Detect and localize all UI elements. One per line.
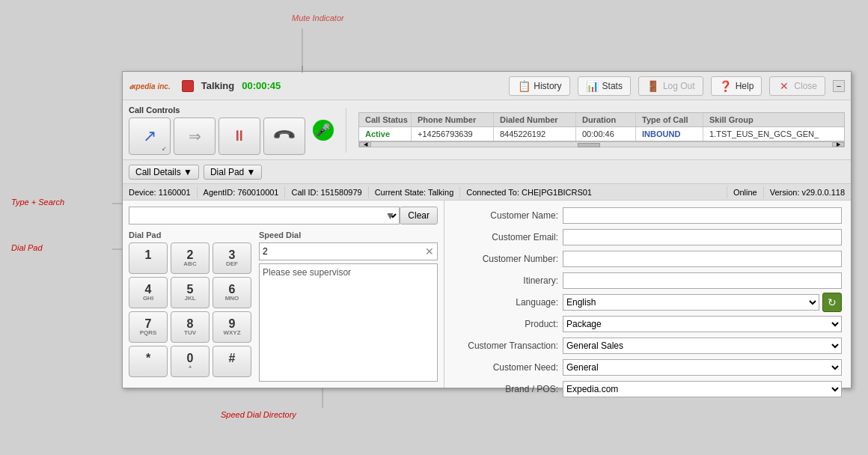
header-status: Call Status bbox=[359, 113, 412, 126]
hangup-icon: 📞 bbox=[272, 123, 298, 149]
transaction-label: Customer Transaction: bbox=[453, 341, 558, 351]
version-info: Version: v29.0.0.118 bbox=[764, 186, 851, 198]
call-status-table: Call Status Phone Number Dialed Number D… bbox=[358, 112, 845, 147]
logout-icon: 🚪 bbox=[647, 79, 660, 93]
speed-dial-annotation: Speed Dial Directory bbox=[221, 410, 296, 419]
call-controls-label: Call Controls bbox=[129, 106, 305, 114]
hangup-button[interactable]: 📞 bbox=[263, 117, 305, 155]
logout-button[interactable]: 🚪 Log Out bbox=[638, 76, 703, 96]
clear-button[interactable]: Clear bbox=[400, 207, 438, 225]
agent-info: AgentID: 760010001 bbox=[198, 186, 286, 198]
transfer-button[interactable]: ↗ ↙ bbox=[129, 117, 171, 155]
top-bar: 𝓮xpedia inc. Talking 00:00:45 📋 History … bbox=[123, 72, 851, 100]
brand-row: Brand / POS: Expedia.com Hotels.com Vrbo bbox=[453, 380, 842, 398]
speed-dial-input[interactable] bbox=[260, 246, 422, 257]
help-icon: ❓ bbox=[719, 79, 733, 93]
customer-name-input[interactable] bbox=[563, 207, 842, 224]
customer-number-label: Customer Number: bbox=[453, 254, 558, 264]
history-button[interactable]: 📋 History bbox=[509, 76, 569, 96]
logout-label: Log Out bbox=[663, 81, 695, 91]
history-icon: 📋 bbox=[517, 79, 531, 93]
scroll-thumb[interactable] bbox=[578, 143, 600, 147]
logo-text: 𝓮xpedia inc. bbox=[129, 82, 171, 91]
product-select[interactable]: Package Hotel Flight bbox=[563, 316, 842, 332]
dial-key-4[interactable]: 4 GHI bbox=[129, 277, 168, 308]
main-container: 𝓮xpedia inc. Talking 00:00:45 📋 History … bbox=[122, 71, 852, 388]
row-type: INBOUND bbox=[636, 127, 703, 141]
call-status-scrollbar[interactable]: ◀ ▶ bbox=[358, 141, 845, 147]
panels-row: Dial Pad 1 2 ABC 3 DEF bbox=[129, 230, 438, 382]
dial-key-9[interactable]: 9 WXYZ bbox=[213, 311, 251, 343]
history-label: History bbox=[534, 81, 561, 91]
dial-key-5[interactable]: 5 JKL bbox=[171, 277, 210, 308]
mute-indicator-icon[interactable]: 🎤 bbox=[313, 120, 334, 141]
forward-button[interactable]: ⇒ bbox=[174, 117, 216, 155]
itinerary-input[interactable] bbox=[563, 272, 842, 289]
help-button[interactable]: ❓ Help bbox=[711, 76, 762, 96]
type-search-annotation: Type + Search bbox=[11, 198, 64, 207]
language-refresh-button[interactable]: ↻ bbox=[822, 293, 842, 312]
call-timer: 00:00:45 bbox=[242, 80, 281, 91]
help-label: Help bbox=[736, 81, 754, 91]
stats-button[interactable]: 📊 Stats bbox=[578, 76, 631, 96]
row-status: Active bbox=[359, 127, 412, 141]
scroll-left-arrow[interactable]: ◀ bbox=[359, 142, 371, 147]
dial-grid: 1 2 ABC 3 DEF 4 GHI bbox=[129, 242, 251, 377]
dial-key-0[interactable]: 0 + bbox=[171, 346, 210, 377]
dial-key-hash[interactable]: # bbox=[213, 346, 251, 377]
need-label: Customer Need: bbox=[453, 362, 558, 373]
language-select[interactable]: English Spanish French bbox=[563, 294, 819, 311]
customer-email-label: Customer Email: bbox=[453, 232, 558, 242]
stats-label: Stats bbox=[602, 81, 623, 91]
dial-key-1[interactable]: 1 bbox=[129, 242, 168, 274]
customer-name-label: Customer Name: bbox=[453, 210, 558, 221]
dial-key-3[interactable]: 3 DEF bbox=[213, 242, 251, 274]
control-buttons: ↗ ↙ ⇒ ⏸ 📞 bbox=[129, 117, 305, 155]
dial-pad-label: Dial Pad ▼ bbox=[210, 167, 256, 177]
customer-email-input[interactable] bbox=[563, 229, 842, 245]
hold-button[interactable]: ⏸ bbox=[218, 117, 260, 155]
status-label: Talking bbox=[201, 80, 235, 91]
speed-dial-clear-icon[interactable]: ✕ bbox=[422, 244, 437, 259]
need-select[interactable]: General Booking Cancellation bbox=[563, 359, 842, 376]
dial-pad-button[interactable]: Dial Pad ▼ bbox=[204, 165, 263, 180]
mute-arrow-line bbox=[302, 28, 303, 73]
status-bar: Device: 1160001 AgentID: 760010001 Call … bbox=[123, 184, 851, 201]
row-dialed: 8445226192 bbox=[494, 127, 576, 141]
need-row: Customer Need: General Booking Cancellat… bbox=[453, 358, 842, 376]
brand-select[interactable]: Expedia.com Hotels.com Vrbo bbox=[563, 381, 842, 397]
speed-dial-label: Speed Dial bbox=[259, 230, 438, 239]
dial-key-8[interactable]: 8 TUV bbox=[171, 311, 210, 343]
dial-pad-section-label: Dial Pad bbox=[129, 230, 251, 239]
app-logo: 𝓮xpedia inc. bbox=[129, 80, 171, 91]
language-label: Language: bbox=[453, 297, 558, 308]
transaction-row: Customer Transaction: General Sales Supp… bbox=[453, 337, 842, 355]
toolbar-row: Call Details ▼ Dial Pad ▼ bbox=[123, 160, 851, 184]
transaction-select[interactable]: General Sales Support Billing bbox=[563, 338, 842, 354]
row-skill: 1.TST_EUS_EN_GCS_GEN_ bbox=[703, 127, 844, 141]
dial-key-7[interactable]: 7 PQRS bbox=[129, 311, 168, 343]
customer-number-input[interactable]: +14256793639 bbox=[563, 251, 842, 267]
scroll-right-arrow[interactable]: ▶ bbox=[832, 142, 844, 147]
itinerary-label: Itinerary: bbox=[453, 275, 558, 286]
close-button[interactable]: ✕ Close bbox=[769, 76, 825, 96]
call-details-button[interactable]: Call Details ▼ bbox=[129, 165, 199, 180]
call-status-row: Active +14256793639 8445226192 00:00:46 … bbox=[358, 126, 845, 141]
dial-key-star[interactable]: * bbox=[129, 346, 168, 377]
row-duration: 00:00:46 bbox=[576, 127, 636, 141]
speed-dial-section: Speed Dial ✕ Please see supervisor bbox=[259, 230, 438, 382]
brand-label: Brand / POS: bbox=[453, 384, 558, 394]
call-details-label: Call Details ▼ bbox=[135, 167, 192, 177]
transfer-icon: ↗ bbox=[143, 126, 156, 146]
online-status: Online bbox=[727, 186, 764, 198]
minimize-button[interactable]: – bbox=[833, 80, 845, 92]
speed-dial-search-box: ✕ bbox=[259, 242, 438, 260]
dial-key-2[interactable]: 2 ABC bbox=[171, 242, 210, 274]
mute-section: 🎤 bbox=[313, 120, 334, 141]
type-search-select[interactable] bbox=[129, 207, 400, 225]
speed-dial-list[interactable]: Please see supervisor bbox=[259, 263, 438, 382]
call-status-header: Call Status Phone Number Dialed Number D… bbox=[358, 112, 845, 126]
forward-icon: ⇒ bbox=[189, 127, 201, 145]
dial-key-6[interactable]: 6 MNO bbox=[213, 277, 251, 308]
stats-icon: 📊 bbox=[586, 79, 599, 93]
